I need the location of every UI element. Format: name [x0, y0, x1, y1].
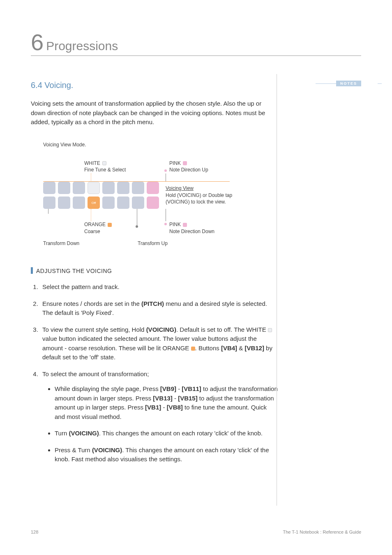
value-button — [117, 182, 129, 194]
chapter-header: 6 Progressions — [31, 31, 361, 56]
button-grid: Off — [43, 182, 159, 209]
grid-row-top — [43, 182, 159, 194]
connector-line — [91, 209, 91, 221]
steps-list: Select the pattern and track. Ensure not… — [40, 282, 278, 464]
transform-up: Transform Up — [138, 240, 168, 247]
connector-line — [91, 173, 91, 182]
white-swatch — [102, 161, 106, 165]
value-button-off: Off — [88, 197, 100, 209]
pink-up-label: PINK — [169, 160, 181, 166]
value-button-pink — [147, 197, 159, 209]
value-button — [43, 197, 55, 209]
step-2: Ensure notes / chords are set in the (PI… — [40, 299, 278, 318]
value-button — [132, 197, 144, 209]
substep-1: While displaying the style page, Press [… — [55, 384, 278, 421]
value-button — [58, 197, 70, 209]
step-4: To select the amount of transformation; … — [40, 370, 278, 464]
orange-label: ORANGE — [84, 222, 106, 227]
dot-icon — [164, 223, 167, 225]
value-button-pink — [147, 182, 159, 194]
notes-divider — [277, 74, 277, 506]
white-label: WHITE — [84, 160, 100, 166]
book-title: The T-1 Notebook : Reference & Guide — [283, 530, 361, 534]
substeps: While displaying the style page, Press [… — [55, 384, 278, 464]
chapter-number: 6 — [31, 31, 44, 54]
voicing-view-sub: Hold (VOICING) or Double tap (VOICING) t… — [166, 192, 256, 206]
orange-sub: Coarse — [84, 228, 164, 235]
dot-icon — [164, 169, 167, 172]
white-sub: Fine Tune & Select — [84, 166, 164, 173]
diagram-title: Voicing View Mode. — [43, 142, 361, 148]
value-button — [73, 197, 85, 209]
intro-paragraph: Voicing sets the amount of transformatio… — [31, 99, 269, 127]
white-square-icon — [268, 328, 272, 332]
value-button — [58, 182, 70, 194]
voicing-diagram: Voicing View Mode. WHITE Fine Tune & Sel… — [43, 142, 361, 247]
chapter-title: Progressions — [46, 39, 118, 53]
pink-up-sub: Note Direction Up — [169, 166, 208, 173]
connector-line — [137, 209, 137, 225]
value-button — [102, 197, 115, 209]
substep-2: Turn (VOICING). This changes the amount … — [55, 429, 278, 438]
connector-line — [166, 209, 166, 221]
value-button — [43, 182, 55, 194]
transform-down: Transform Down — [43, 240, 138, 247]
notes-tab: NOTES — [336, 81, 361, 86]
value-button — [132, 182, 144, 194]
pink-swatch — [183, 223, 187, 227]
footer: 128 The T-1 Notebook : Reference & Guide — [31, 530, 361, 534]
voicing-view-label: Voicing View — [166, 185, 256, 192]
substep-3: Press & Turn (VOICING). This changes the… — [55, 446, 278, 464]
step-1: Select the pattern and track. — [40, 282, 278, 292]
subheading-text: ADJUSTING THE VOICING — [36, 268, 112, 274]
off-label: Off — [92, 201, 96, 205]
connector-line — [48, 209, 48, 214]
value-button — [102, 182, 115, 194]
pink-swatch — [183, 161, 187, 165]
value-button-selected — [88, 182, 100, 194]
value-button — [73, 182, 85, 194]
grid-row-bottom: Off — [43, 197, 159, 209]
step-3: To view the current style setting, Hold … — [40, 325, 278, 362]
section-title: 6.4 Voicing. — [31, 81, 361, 90]
orange-square-icon — [191, 347, 195, 351]
orange-swatch — [108, 223, 112, 227]
page-number: 128 — [31, 530, 38, 534]
subheading: ADJUSTING THE VOICING — [31, 267, 361, 274]
subhead-bar — [31, 267, 33, 274]
pink-dn-sub: Note Direction Down — [169, 228, 214, 235]
connector-line — [166, 173, 166, 182]
value-button — [117, 197, 129, 209]
pink-dn-label: PINK — [169, 222, 181, 227]
